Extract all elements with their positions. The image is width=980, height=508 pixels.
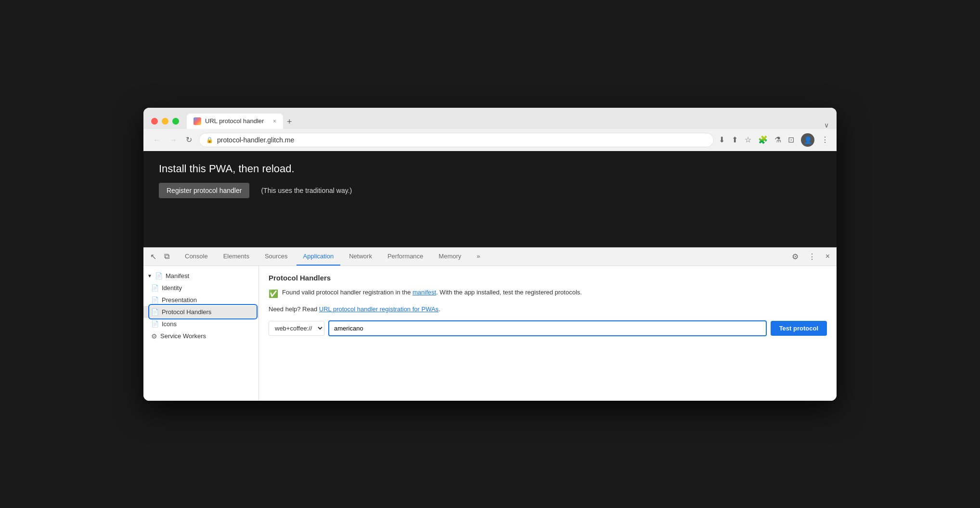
traditional-text: (This uses the traditional way.)	[261, 187, 352, 194]
sidebar-item-icons[interactable]: 📄 Icons	[143, 318, 258, 330]
traffic-lights	[151, 118, 179, 125]
help-text-part1: Need help? Read	[269, 305, 319, 313]
share-icon[interactable]: ⬆	[732, 135, 738, 144]
nav-bar: ← → ↻ 🔒 protocol-handler.glitch.me ⬇ ⬆ ☆…	[143, 129, 837, 151]
sidebar-item-service-workers[interactable]: ⚙ Service Workers	[143, 330, 258, 343]
help-row: Need help? Read URL protocol handler reg…	[269, 305, 827, 313]
sidebar-item-manifest-label: Manifest	[166, 272, 189, 279]
devtools-settings-button[interactable]: ⚙	[789, 249, 801, 264]
protocol-input-row: web+coffee:// Test protocol	[269, 320, 827, 336]
browser-window: URL protocol handler × + ∨ ← → ↻ 🔒 proto…	[143, 108, 837, 401]
back-button[interactable]: ←	[151, 134, 163, 146]
status-row: ✅ Found valid protocol handler registrat…	[269, 288, 827, 300]
sidebar-item-manifest[interactable]: ▼ 📄 Manifest	[143, 270, 258, 282]
devtools-sidebar: ▼ 📄 Manifest 📄 Identity 📄 Presentation 📄	[143, 266, 259, 401]
protocol-text-input[interactable]	[328, 320, 767, 336]
sidebar-item-protocol-handlers-label: Protocol Handlers	[162, 308, 211, 316]
status-text: Found valid protocol handler registratio…	[282, 288, 582, 297]
tab-memory[interactable]: Memory	[432, 248, 468, 266]
sidebar-item-identity-label: Identity	[162, 284, 182, 292]
register-protocol-button[interactable]: Register protocol handler	[159, 183, 249, 198]
bookmark-icon[interactable]: ☆	[745, 135, 751, 144]
manifest-expand-icon: ▼	[147, 273, 152, 279]
device-icon[interactable]: ⧉	[161, 249, 172, 264]
menu-icon[interactable]: ⋮	[821, 135, 829, 144]
minimize-window-button[interactable]	[162, 118, 168, 125]
manifest-section: ▼ 📄 Manifest 📄 Identity 📄 Presentation 📄	[143, 270, 258, 343]
maximize-window-button[interactable]	[172, 118, 179, 125]
protocol-handlers-file-icon: 📄	[151, 308, 159, 316]
sidebar-item-protocol-handlers[interactable]: 📄 Protocol Handlers	[143, 306, 258, 318]
tab-favicon-icon	[193, 117, 201, 125]
devtools-body: ▼ 📄 Manifest 📄 Identity 📄 Presentation 📄	[143, 266, 837, 401]
forward-button[interactable]: →	[168, 134, 179, 146]
devtools-panel: ↖ ⧉ Console Elements Sources Application…	[143, 247, 837, 401]
sidebar-item-icons-label: Icons	[162, 320, 177, 328]
tab-performance[interactable]: Performance	[381, 248, 430, 266]
tab-sources[interactable]: Sources	[258, 248, 295, 266]
devtools-actions: ⚙ ⋮ ×	[789, 249, 833, 264]
protocol-select[interactable]: web+coffee://	[269, 321, 324, 336]
sidebar-item-identity[interactable]: 📄 Identity	[143, 282, 258, 294]
address-bar[interactable]: 🔒 protocol-handler.glitch.me	[199, 133, 714, 147]
reload-button[interactable]: ↻	[184, 133, 194, 146]
extensions-icon[interactable]: 🧩	[758, 135, 768, 144]
icons-file-icon: 📄	[151, 320, 159, 328]
devtools-tool-icons: ↖ ⧉	[147, 249, 172, 264]
download-icon[interactable]: ⬇	[719, 135, 725, 144]
active-tab[interactable]: URL protocol handler ×	[187, 114, 283, 129]
sidebar-item-service-workers-label: Service Workers	[160, 332, 206, 340]
tab-application[interactable]: Application	[297, 248, 341, 266]
devtools-tab-bar: ↖ ⧉ Console Elements Sources Application…	[143, 248, 837, 266]
devtools-main-panel: Protocol Handlers ✅ Found valid protocol…	[259, 266, 837, 401]
status-text-part2: . With the app installed, test the regis…	[436, 289, 582, 296]
help-link[interactable]: URL protocol handler registration for PW…	[319, 305, 438, 313]
tab-title: URL protocol handler	[205, 117, 264, 125]
service-workers-gear-icon: ⚙	[151, 332, 157, 340]
page-install-text: Install this PWA, then reload.	[159, 163, 821, 175]
tab-more[interactable]: »	[470, 248, 487, 266]
manifest-file-icon: 📄	[155, 272, 163, 279]
status-text-part1: Found valid protocol handler registratio…	[282, 289, 413, 296]
tab-network[interactable]: Network	[342, 248, 379, 266]
tab-close-button[interactable]: ×	[273, 118, 276, 125]
help-text-part2: .	[438, 305, 440, 313]
inspect-icon[interactable]: ↖	[147, 249, 159, 264]
title-bar: URL protocol handler × + ∨	[143, 108, 837, 129]
identity-file-icon: 📄	[151, 284, 159, 292]
presentation-file-icon: 📄	[151, 296, 159, 304]
panel-title: Protocol Handlers	[269, 274, 827, 282]
address-text: protocol-handler.glitch.me	[217, 136, 294, 144]
nav-actions: ⬇ ⬆ ☆ 🧩 ⚗ ⊡ 👤 ⋮	[719, 133, 829, 147]
tab-bar: URL protocol handler × + ∨	[187, 114, 829, 129]
tab-menu-button[interactable]: ∨	[824, 121, 829, 129]
avatar[interactable]: 👤	[801, 133, 814, 147]
devtools-more-button[interactable]: ⋮	[805, 249, 819, 264]
test-protocol-button[interactable]: Test protocol	[771, 321, 827, 336]
close-window-button[interactable]	[151, 118, 158, 125]
manifest-link[interactable]: manifest	[413, 289, 436, 296]
lock-icon: 🔒	[206, 137, 213, 143]
check-circle-icon: ✅	[269, 288, 278, 300]
labs-icon[interactable]: ⚗	[774, 135, 781, 144]
devtools-close-button[interactable]: ×	[823, 249, 833, 264]
tab-console[interactable]: Console	[178, 248, 215, 266]
page-content: Install this PWA, then reload. Register …	[143, 151, 837, 247]
sidebar-item-presentation[interactable]: 📄 Presentation	[143, 294, 258, 306]
new-tab-button[interactable]: +	[283, 115, 296, 129]
sidebar-item-presentation-label: Presentation	[162, 296, 197, 304]
tab-elements[interactable]: Elements	[217, 248, 256, 266]
split-screen-icon[interactable]: ⊡	[788, 135, 794, 144]
